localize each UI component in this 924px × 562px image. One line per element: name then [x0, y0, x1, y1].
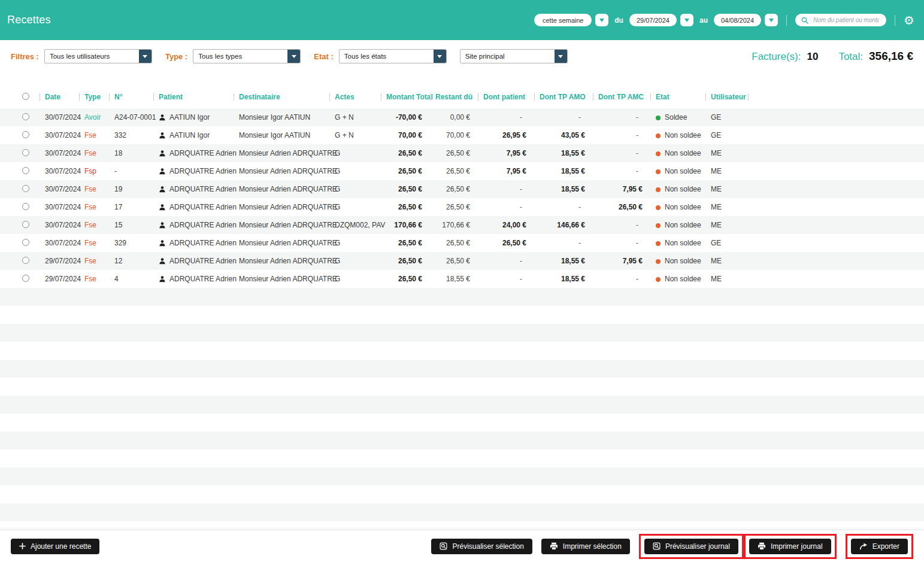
- table-row[interactable]: 30/07/2024Fse332AATIUN IgorMonsieur Igor…: [0, 126, 924, 144]
- search-input[interactable]: [812, 16, 880, 24]
- cell-destinataire: Monsieur Igor AATIUN: [234, 113, 329, 121]
- header-select-radio[interactable]: [17, 93, 40, 102]
- column-header-etat[interactable]: Etat: [650, 93, 705, 101]
- export-icon: [859, 543, 868, 550]
- cell-actes: G + N: [329, 131, 381, 139]
- plus-icon: [19, 543, 26, 549]
- column-header-type[interactable]: Type: [79, 93, 109, 101]
- search-box[interactable]: [795, 14, 886, 26]
- person-icon: [159, 186, 166, 193]
- cell-num: 332: [109, 131, 153, 139]
- empty-row: [0, 414, 924, 432]
- row-select-radio[interactable]: [22, 239, 29, 246]
- row-select-radio[interactable]: [22, 185, 29, 192]
- date-from-arrow[interactable]: [680, 14, 693, 26]
- cell-date: 30/07/2024: [40, 167, 79, 175]
- table-row[interactable]: 29/07/2024Fse4ADRQUATRE AdrienMonsieur A…: [0, 270, 924, 288]
- cell-amount: 26,50 €: [381, 257, 430, 265]
- row-select-radio[interactable]: [22, 113, 29, 120]
- row-select-radio[interactable]: [22, 257, 29, 264]
- etat-filter-value: Tous les états: [340, 53, 434, 60]
- summary-totals: Facture(s): 10 Total: 356,16 €: [752, 50, 913, 63]
- preview-journal-button[interactable]: Prévisualiser journal: [644, 539, 738, 554]
- column-header-restant-du[interactable]: Restant dû: [430, 93, 478, 101]
- date-from-input[interactable]: 29/07/2024: [629, 14, 677, 26]
- filter-bar: Filtres : Tous les utilisateurs Type : T…: [0, 40, 924, 69]
- table-row[interactable]: 30/07/2024AvoirA24-07-0001AATIUN IgorMon…: [0, 108, 924, 126]
- preview-selection-button[interactable]: Prévisualiser sélection: [431, 539, 532, 554]
- table-row[interactable]: 30/07/2024Fse17ADRQUATRE AdrienMonsieur …: [0, 198, 924, 216]
- cell-patient: ADRQUATRE Adrien: [153, 221, 234, 229]
- cell-type: Avoir: [79, 113, 109, 121]
- column-header-num[interactable]: N°: [109, 93, 153, 101]
- cell-patient: ADRQUATRE Adrien: [153, 185, 234, 193]
- column-header-patient[interactable]: Patient: [153, 93, 234, 101]
- table-row[interactable]: 30/07/2024Fse19ADRQUATRE AdrienMonsieur …: [0, 180, 924, 198]
- cell-type: Fse: [79, 221, 109, 229]
- date-to-input[interactable]: 04/08/2024: [714, 14, 761, 26]
- column-header-date[interactable]: Date: [40, 93, 79, 101]
- total-label: Total:: [838, 51, 863, 63]
- cell-etat: Non soldee: [650, 239, 705, 247]
- table-row[interactable]: 30/07/2024Fse15ADRQUATRE AdrienMonsieur …: [0, 216, 924, 234]
- dropdown-arrow-icon: [555, 50, 567, 63]
- column-header-destinataire[interactable]: Destinataire: [234, 93, 329, 101]
- empty-row: [0, 342, 924, 360]
- date-to-arrow[interactable]: [765, 14, 778, 26]
- dropdown-arrow-icon: [287, 50, 300, 63]
- row-select-radio[interactable]: [22, 203, 29, 210]
- annotation-group: Prévisualiser journal Imprimer journal: [639, 534, 837, 559]
- person-icon: [159, 221, 166, 229]
- period-select-arrow[interactable]: [595, 14, 608, 26]
- empty-row: [0, 324, 924, 342]
- period-select-value: cette semaine: [543, 17, 583, 24]
- person-icon: [159, 239, 166, 247]
- cell-amount: 7,95 €: [478, 167, 534, 175]
- type-filter-select[interactable]: Tous les types: [193, 49, 301, 63]
- page-title: Recettes: [7, 14, 51, 26]
- cell-amount: 170,66 €: [381, 221, 430, 229]
- column-header-dont-tp-amo[interactable]: Dont TP AMO: [534, 93, 593, 101]
- status-dot: [656, 205, 661, 210]
- table-header: Date Type N° Patient Destinataire Actes …: [0, 88, 924, 106]
- cell-date: 30/07/2024: [40, 239, 79, 247]
- users-filter-select[interactable]: Tous les utilisateurs: [44, 49, 152, 63]
- column-header-dont-tp-amc[interactable]: Dont TP AMC: [593, 93, 650, 101]
- add-recette-button[interactable]: Ajouter une recette: [11, 539, 99, 554]
- print-journal-button[interactable]: Imprimer journal: [749, 539, 831, 554]
- column-header-actes[interactable]: Actes: [329, 93, 381, 101]
- row-radio-cell: [17, 221, 40, 230]
- period-select[interactable]: cette semaine: [534, 14, 592, 26]
- cell-utilisateur: GE: [705, 113, 747, 121]
- cell-patient: ADRQUATRE Adrien: [153, 167, 234, 175]
- export-button[interactable]: Exporter: [851, 539, 908, 554]
- column-header-dont-patient[interactable]: Dont patient: [478, 93, 534, 101]
- row-select-radio[interactable]: [22, 149, 29, 156]
- row-select-radio[interactable]: [22, 221, 29, 228]
- cell-patient: ADRQUATRE Adrien: [153, 149, 234, 157]
- row-select-radio[interactable]: [22, 167, 29, 174]
- row-select-radio[interactable]: [22, 275, 29, 282]
- cell-num: A24-07-0001: [109, 113, 153, 121]
- column-header-utilisateur[interactable]: Utilisateur: [705, 93, 747, 101]
- row-radio-cell: [17, 185, 40, 194]
- row-select-radio[interactable]: [22, 131, 29, 138]
- cell-amount: 146,66 €: [534, 221, 593, 229]
- settings-gear-icon[interactable]: ⚙: [904, 14, 914, 26]
- cell-amount: 26,50 €: [381, 185, 430, 193]
- table-row[interactable]: 30/07/2024Fse18ADRQUATRE AdrienMonsieur …: [0, 144, 924, 162]
- table-row[interactable]: 30/07/2024Fsp-ADRQUATRE AdrienMonsieur A…: [0, 162, 924, 180]
- cell-num: 17: [109, 203, 153, 211]
- cell-type: Fse: [79, 257, 109, 265]
- preview-icon: [653, 542, 661, 550]
- empty-row: [0, 485, 924, 503]
- site-filter-select[interactable]: Site principal: [460, 49, 568, 63]
- column-header-montant-total[interactable]: Montant Total: [381, 93, 430, 101]
- type-filter-label: Type :: [165, 52, 187, 61]
- etat-filter-select[interactable]: Tous les états: [339, 49, 447, 63]
- empty-row: [0, 432, 924, 449]
- print-selection-button[interactable]: Imprimer sélection: [541, 539, 630, 554]
- date-to-value: 04/08/2024: [721, 17, 754, 24]
- table-row[interactable]: 30/07/2024Fse329ADRQUATRE AdrienMonsieur…: [0, 234, 924, 252]
- table-row[interactable]: 29/07/2024Fse12ADRQUATRE AdrienMonsieur …: [0, 252, 924, 270]
